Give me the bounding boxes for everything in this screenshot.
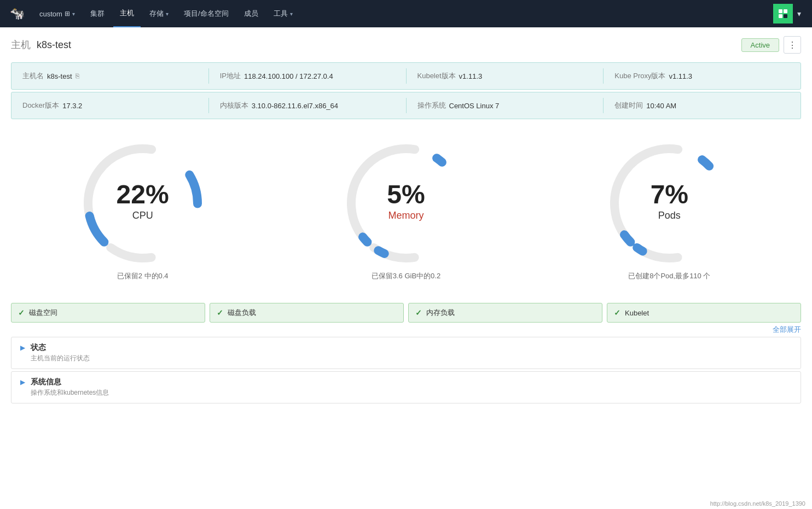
info-docker: Docker版本 17.3.2 — [11, 101, 208, 110]
user-icon — [778, 8, 788, 19]
memory-gauge: 5% Memory 已保留3.6 GiB中的0.2 — [329, 138, 483, 281]
user-avatar-button[interactable] — [773, 4, 793, 24]
gauges-section: 22% CPU 已保留2 中的0.4 5% Memory 已保留3.6 GiB中… — [11, 121, 801, 292]
check-icon-disk-space: ✓ — [18, 308, 25, 317]
info-hostname: 主机名 k8s-test ⎘ — [11, 71, 208, 81]
section-sysinfo[interactable]: ▶ 系统信息 操作系统和kubernetes信息 — [11, 371, 801, 403]
pods-gauge: 7% Pods 已创建8个Pod,最多110 个 — [593, 138, 746, 281]
custom-icon: ⊞ — [65, 10, 70, 17]
page-title: 主机 k8s-test — [11, 38, 71, 51]
info-kernel: 内核版本 3.10.0-862.11.6.el7.x86_64 — [209, 101, 406, 110]
nav-members[interactable]: 成员 — [237, 0, 265, 27]
custom-chevron-icon: ▾ — [72, 11, 75, 17]
cpu-gauge: 22% CPU 已保留2 中的0.4 — [66, 138, 219, 281]
memory-gauge-text: 5% Memory — [387, 182, 425, 221]
svg-text:🐄: 🐄 — [10, 6, 25, 21]
copy-icon[interactable]: ⎘ — [76, 72, 79, 80]
section-status-arrow-icon: ▶ — [20, 344, 25, 352]
expand-link-row: 全部展开 — [11, 325, 801, 335]
check-icon-kubelet: ✓ — [614, 308, 620, 317]
expand-all-link[interactable]: 全部展开 — [773, 325, 801, 335]
nav-projects[interactable]: 项目/命名空间 — [177, 0, 235, 27]
cpu-gauge-text: 22% CPU — [117, 182, 169, 221]
nav-tools[interactable]: 工具 ▾ — [267, 0, 299, 27]
svg-rect-4 — [779, 14, 782, 18]
user-menu-chevron[interactable]: ▾ — [793, 0, 805, 27]
page-header: 主机 k8s-test Active ⋮ — [11, 36, 801, 54]
page-content: 主机 k8s-test Active ⋮ 主机名 k8s-test ⎘ IP地址… — [0, 27, 812, 414]
svg-rect-2 — [779, 9, 782, 13]
pods-gauge-visual: 7% Pods — [604, 138, 735, 269]
tools-chevron-icon: ▾ — [290, 11, 293, 17]
check-disk-load: ✓ 磁盘负载 — [210, 303, 404, 323]
svg-rect-5 — [784, 14, 787, 18]
section-sysinfo-arrow-icon: ▶ — [20, 378, 25, 386]
info-card-2: Docker版本 17.3.2 内核版本 3.10.0-862.11.6.el7… — [11, 92, 801, 119]
info-row-1: 主机名 k8s-test ⎘ IP地址 118.24.100.100 / 172… — [11, 63, 801, 89]
check-memory-load: ✓ 内存负载 — [408, 303, 602, 323]
status-badge: Active — [741, 38, 779, 52]
nav-custom[interactable]: custom ⊞ ▾ — [33, 0, 82, 27]
check-icon-disk-load: ✓ — [217, 308, 223, 317]
navbar-right: ▾ — [773, 0, 805, 27]
check-disk-space: ✓ 磁盘空间 — [11, 303, 205, 323]
custom-label: custom — [39, 10, 62, 18]
memory-gauge-visual: 5% Memory — [340, 138, 472, 269]
navbar-left: 🐄 custom ⊞ ▾ 集群 主机 存储 ▾ 项目/命名空间 成员 工具 ▾ — [7, 0, 299, 27]
memory-sublabel: 已保留3.6 GiB中的0.2 — [372, 271, 440, 281]
info-ip: IP地址 118.24.100.100 / 172.27.0.4 — [209, 71, 406, 81]
info-card-1: 主机名 k8s-test ⎘ IP地址 118.24.100.100 / 172… — [11, 62, 801, 90]
cpu-sublabel: 已保留2 中的0.4 — [117, 271, 169, 281]
section-status[interactable]: ▶ 状态 主机当前的运行状态 — [11, 337, 801, 369]
navbar: 🐄 custom ⊞ ▾ 集群 主机 存储 ▾ 项目/命名空间 成员 工具 ▾ — [0, 0, 812, 27]
nav-hosts[interactable]: 主机 — [113, 0, 141, 27]
nav-storage[interactable]: 存储 ▾ — [143, 0, 175, 27]
status-checks: ✓ 磁盘空间 ✓ 磁盘负载 ✓ 内存负载 ✓ Kubelet — [11, 303, 801, 323]
nav-cluster[interactable]: 集群 — [84, 0, 111, 27]
info-os: 操作系统 CentOS Linux 7 — [407, 101, 604, 110]
check-icon-memory-load: ✓ — [415, 308, 422, 317]
section-status-info: 状态 主机当前的运行状态 — [31, 343, 90, 363]
section-sysinfo-info: 系统信息 操作系统和kubernetes信息 — [31, 377, 109, 397]
svg-rect-3 — [784, 9, 787, 13]
rancher-logo-icon: 🐄 — [8, 5, 30, 22]
storage-chevron-icon: ▾ — [166, 11, 169, 17]
pods-gauge-text: 7% Pods — [651, 182, 688, 221]
cpu-gauge-visual: 22% CPU — [77, 138, 208, 269]
more-button[interactable]: ⋮ — [784, 36, 801, 54]
check-kubelet: ✓ Kubelet — [607, 303, 801, 323]
info-row-2: Docker版本 17.3.2 内核版本 3.10.0-862.11.6.el7… — [11, 92, 801, 119]
header-actions: Active ⋮ — [741, 36, 801, 54]
info-kube-proxy: Kube Proxy版本 v1.11.3 — [604, 71, 801, 81]
pods-sublabel: 已创建8个Pod,最多110 个 — [628, 271, 710, 281]
chevron-down-icon: ▾ — [797, 9, 801, 18]
logo[interactable]: 🐄 — [7, 4, 31, 24]
info-created: 创建时间 10:40 AM — [604, 101, 801, 110]
info-kubelet: Kubelet版本 v1.11.3 — [407, 71, 604, 81]
